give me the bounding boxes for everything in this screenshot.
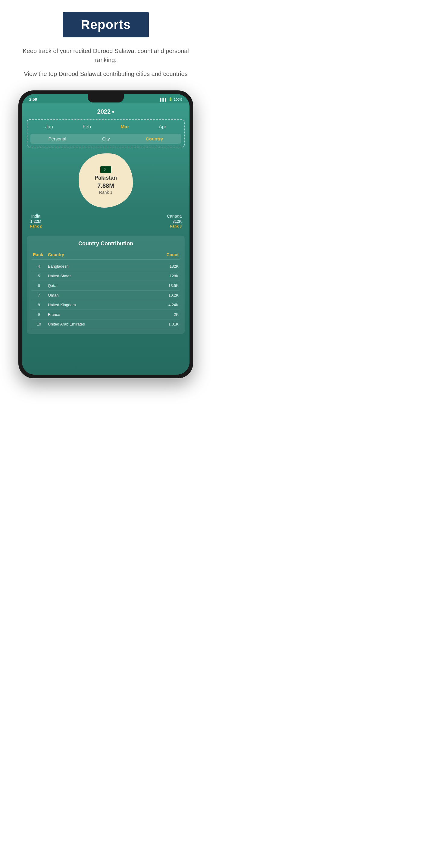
td-rank: 4	[33, 264, 45, 269]
signal-icon: ▌▌▌	[160, 98, 167, 101]
table-row: 5 United States 128K	[32, 271, 180, 281]
tab-country[interactable]: Country	[143, 135, 166, 142]
month-jan[interactable]: Jan	[43, 123, 56, 131]
side-rankings: India 1.22M Rank 2 Canada 312K Rank 3	[27, 214, 185, 228]
rank-3-label: Rank 3	[167, 224, 182, 228]
table-header: Rank Country Count	[32, 251, 180, 260]
td-country: France	[45, 312, 161, 317]
page-title: Reports	[81, 18, 131, 32]
reports-header: Reports	[63, 12, 149, 37]
month-mar[interactable]: Mar	[118, 123, 131, 131]
td-country: Oman	[45, 293, 161, 298]
year-selector[interactable]: 2022	[27, 108, 185, 115]
phone-screen: 2:59 ▌▌▌ 🔋 100% 2022 Jan Feb Mar Apr	[22, 94, 190, 375]
status-icons: ▌▌▌ 🔋 100%	[160, 97, 182, 101]
table-row: 6 Qatar 13.5K	[32, 281, 180, 290]
rank-2-item: India 1.22M Rank 2	[30, 214, 41, 228]
month-feb[interactable]: Feb	[80, 123, 93, 131]
battery-percent: 100%	[174, 98, 182, 101]
pakistan-flag	[100, 166, 111, 173]
td-rank: 8	[33, 303, 45, 307]
notch	[88, 94, 124, 102]
rank-2-label: Rank 2	[30, 224, 41, 228]
month-row: Jan Feb Mar Apr	[30, 123, 181, 131]
tab-city[interactable]: City	[99, 135, 113, 142]
header-country: Country	[45, 252, 161, 257]
td-country: Qatar	[45, 283, 161, 288]
header-count: Count	[161, 252, 178, 257]
table-row: 9 France 2K	[32, 310, 180, 319]
table-row: 4 Bangladesh 132K	[32, 261, 180, 271]
contribution-title: Country Contribution	[32, 241, 180, 247]
phone-mockup: 2:59 ▌▌▌ 🔋 100% 2022 Jan Feb Mar Apr	[19, 90, 193, 378]
phone-content: 2022 Jan Feb Mar Apr Personal City Count…	[22, 103, 190, 375]
table-body: 4 Bangladesh 132K 5 United States 128K 6…	[32, 261, 180, 329]
td-rank: 6	[33, 283, 45, 288]
rank-3-item: Canada 312K Rank 3	[167, 214, 182, 228]
subtitle-2: View the top Durood Salawat contributing…	[24, 69, 187, 79]
td-country: United Kingdom	[45, 303, 161, 307]
rank-3-count: 312K	[167, 219, 182, 224]
rank-2-country: India	[30, 214, 41, 218]
rank-3-country: Canada	[167, 214, 182, 218]
month-apr[interactable]: Apr	[156, 123, 169, 131]
subtitle-1: Keep track of your recited Durood Salawa…	[19, 46, 193, 64]
battery-icon: 🔋	[168, 97, 173, 101]
td-rank: 7	[33, 293, 45, 298]
tab-row: Personal City Country	[30, 134, 181, 144]
td-count: 13.5K	[161, 283, 178, 288]
table-row: 8 United Kingdom 4.24K	[32, 300, 180, 310]
td-country: United States	[45, 274, 161, 278]
top-country-flag	[100, 166, 111, 173]
header-rank: Rank	[33, 252, 45, 257]
td-count: 10.2K	[161, 293, 178, 298]
td-count: 128K	[161, 274, 178, 278]
td-count: 132K	[161, 264, 178, 269]
table-row: 7 Oman 10.2K	[32, 290, 180, 300]
contribution-section: Country Contribution Rank Country Count …	[27, 236, 185, 334]
table-row: 10 United Arab Emirates 1.31K	[32, 319, 180, 329]
status-bar: 2:59 ▌▌▌ 🔋 100%	[22, 94, 190, 103]
status-time: 2:59	[29, 97, 37, 101]
td-count: 1.31K	[161, 322, 178, 327]
td-count: 2K	[161, 312, 178, 317]
td-country: United Arab Emirates	[45, 322, 161, 327]
td-country: Bangladesh	[45, 264, 161, 269]
top-country-badge: Pakistan 7.88M Rank 1	[78, 153, 133, 208]
top-country-rank: Rank 1	[99, 190, 112, 195]
td-count: 4.24K	[161, 303, 178, 307]
tab-personal[interactable]: Personal	[45, 135, 69, 142]
rank-2-count: 1.22M	[30, 219, 41, 224]
top-country-name: Pakistan	[95, 175, 117, 181]
td-rank: 9	[33, 312, 45, 317]
top-country-count: 7.88M	[97, 182, 114, 189]
td-rank: 10	[33, 322, 45, 327]
selector-box: Jan Feb Mar Apr Personal City Country	[27, 119, 185, 147]
td-rank: 5	[33, 274, 45, 278]
